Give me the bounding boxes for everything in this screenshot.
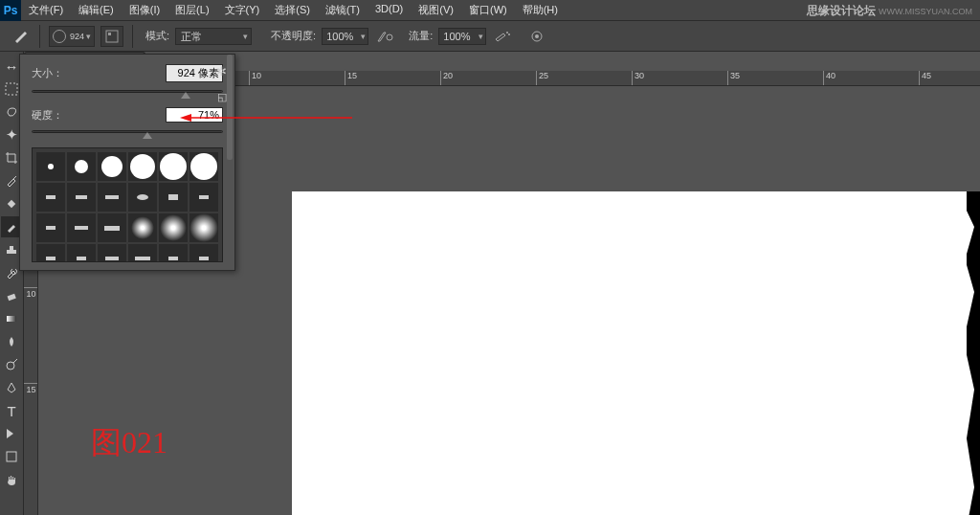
brush-tool-icon: [10, 26, 31, 47]
menu-item[interactable]: 视图(V): [411, 3, 461, 17]
menu-item[interactable]: 文件(F): [21, 3, 71, 17]
hardness-input[interactable]: 71%: [166, 107, 223, 123]
tool-gradient[interactable]: [1, 308, 22, 329]
pressure-size-icon[interactable]: [526, 26, 547, 47]
menu-bar: Ps 文件(F)编辑(E)图像(I)图层(L)文字(Y)选择(S)滤镜(T)3D…: [0, 0, 980, 21]
svg-point-11: [7, 362, 14, 369]
svg-rect-7: [6, 83, 17, 95]
svg-line-12: [13, 359, 17, 363]
gear-icon[interactable]: ✲: [216, 64, 227, 78]
tool-path[interactable]: [1, 423, 22, 444]
opacity-input[interactable]: 100%: [322, 28, 368, 45]
size-input[interactable]: 924 像素: [166, 64, 223, 82]
divider: [132, 25, 133, 48]
tool-shape[interactable]: [1, 446, 22, 467]
svg-point-6: [535, 34, 539, 38]
ps-logo: Ps: [0, 0, 21, 21]
menu-item[interactable]: 编辑(E): [71, 3, 122, 17]
tool-blur[interactable]: [1, 331, 22, 352]
tool-pen[interactable]: [1, 377, 22, 398]
brush-preset-picker[interactable]: 924▾: [49, 26, 95, 47]
menu-item[interactable]: 帮助(H): [515, 3, 566, 17]
svg-point-4: [508, 34, 510, 35]
mode-label: 模式:: [145, 29, 169, 43]
svg-rect-13: [7, 452, 16, 461]
brush-popup: ✲ ◱ 大小： 924 像素 硬度： 71%: [19, 54, 235, 271]
watermark: 思缘设计论坛WWW.MISSYUAN.COM: [807, 3, 972, 19]
canvas[interactable]: [292, 191, 980, 515]
svg-rect-0: [106, 31, 118, 42]
menu-item[interactable]: 窗口(W): [461, 3, 515, 17]
flow-label: 流量:: [409, 29, 433, 43]
svg-rect-8: [8, 200, 15, 208]
hardness-slider[interactable]: [32, 126, 223, 138]
tool-dodge[interactable]: [1, 354, 22, 375]
brush-panel-toggle[interactable]: [100, 26, 123, 47]
flow-input[interactable]: 100%: [438, 28, 485, 45]
divider: [39, 25, 40, 48]
tool-eraser[interactable]: [1, 285, 22, 306]
size-label: 大小：: [32, 66, 63, 80]
airbrush-icon[interactable]: [492, 26, 513, 47]
svg-point-3: [506, 32, 508, 34]
tool-type[interactable]: T: [1, 400, 22, 421]
menu-item[interactable]: 文字(Y): [217, 3, 268, 17]
tool-hand[interactable]: [1, 469, 22, 490]
options-bar: 924▾ 模式: 正常 不透明度: 100% 流量: 100%: [0, 21, 980, 52]
pressure-opacity-icon[interactable]: [374, 26, 395, 47]
menu-item[interactable]: 选择(S): [267, 3, 318, 17]
svg-point-2: [387, 34, 392, 40]
svg-rect-1: [108, 33, 111, 35]
opacity-label: 不透明度:: [271, 29, 316, 43]
menu-item[interactable]: 3D(D): [368, 3, 411, 17]
blend-mode-dropdown[interactable]: 正常: [175, 28, 252, 45]
svg-rect-9: [8, 294, 16, 301]
size-slider[interactable]: [32, 86, 223, 98]
brush-preset-grid[interactable]: 25 50: [32, 147, 223, 262]
svg-rect-10: [7, 316, 16, 322]
mask-edge: [967, 191, 980, 515]
menu-item[interactable]: 图像(I): [122, 3, 167, 17]
menu-item[interactable]: 图层(L): [167, 3, 216, 17]
hardness-label: 硬度：: [32, 108, 63, 123]
menu-item[interactable]: 滤镜(T): [318, 3, 368, 17]
